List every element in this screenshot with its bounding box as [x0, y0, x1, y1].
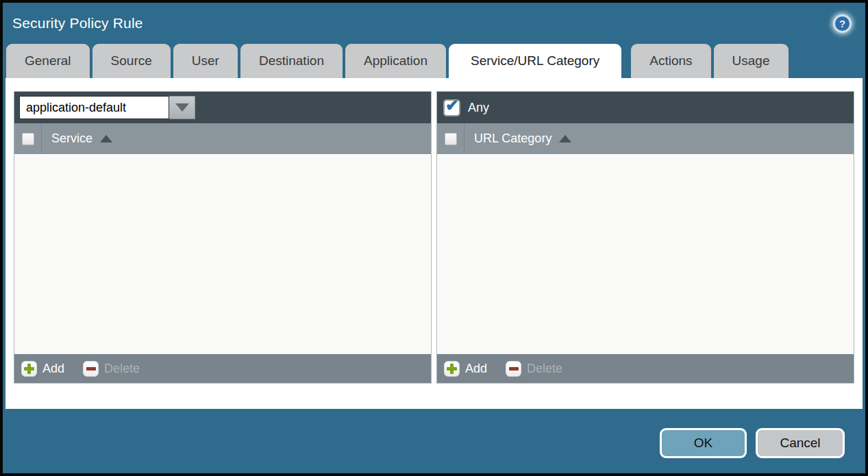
tab-bar: General Source User Destination Applicat… — [3, 44, 865, 78]
service-select-all-checkbox[interactable] — [22, 133, 34, 145]
url-category-select-all-checkbox[interactable] — [445, 133, 457, 145]
tab-general[interactable]: General — [6, 44, 90, 78]
url-category-column-label: URL Category — [474, 131, 551, 146]
service-column-label: Service — [51, 131, 92, 146]
service-table-body — [14, 154, 431, 354]
service-type-dropdown[interactable]: application-default — [19, 96, 195, 119]
url-category-delete-button[interactable]: Delete — [506, 361, 562, 377]
url-category-panel: ✔ Any URL Category Add — [436, 91, 854, 384]
tab-service-url-category[interactable]: Service/URL Category — [449, 44, 621, 78]
delete-icon — [83, 361, 99, 377]
service-column-header[interactable]: Service — [51, 131, 112, 146]
ok-button[interactable]: OK — [660, 428, 747, 458]
tab-destination[interactable]: Destination — [240, 44, 343, 78]
add-icon — [444, 361, 460, 377]
check-icon: ✔ — [445, 96, 459, 115]
sort-ascending-icon — [100, 135, 112, 142]
service-topbar: application-default — [14, 92, 431, 123]
any-label: Any — [468, 101, 489, 115]
cancel-button[interactable]: Cancel — [756, 428, 845, 458]
tab-user[interactable]: User — [173, 44, 238, 78]
url-category-panel-footer: Add Delete — [437, 354, 854, 383]
url-category-table-body — [437, 154, 854, 354]
service-panel: application-default Service Add — [14, 91, 432, 384]
service-type-value[interactable]: application-default — [19, 96, 169, 119]
url-category-add-button[interactable]: Add — [444, 361, 487, 377]
titlebar: Security Policy Rule ? — [3, 3, 865, 44]
security-policy-rule-dialog: Security Policy Rule ? General Source Us… — [0, 0, 868, 476]
tab-source[interactable]: Source — [92, 44, 171, 78]
url-category-topbar: ✔ Any — [437, 92, 854, 123]
any-checkbox-row[interactable]: ✔ Any — [442, 101, 489, 115]
any-checkbox[interactable]: ✔ — [445, 101, 459, 115]
url-category-column-header[interactable]: URL Category — [474, 131, 571, 146]
help-icon[interactable]: ? — [833, 14, 852, 33]
service-select-all-cell — [14, 123, 42, 154]
url-category-table-header: URL Category — [437, 123, 854, 154]
service-delete-button[interactable]: Delete — [83, 361, 140, 377]
tab-usage[interactable]: Usage — [714, 44, 789, 78]
tab-actions[interactable]: Actions — [631, 44, 710, 78]
dialog-title: Security Policy Rule — [12, 15, 143, 32]
url-category-select-all-cell — [437, 123, 464, 154]
service-panel-footer: Add Delete — [14, 354, 431, 383]
dialog-footer: OK Cancel — [3, 409, 865, 458]
service-table-header: Service — [14, 123, 431, 154]
tab-application[interactable]: Application — [345, 44, 446, 78]
delete-icon — [506, 361, 521, 377]
chevron-down-icon[interactable] — [169, 96, 195, 119]
tab-content: application-default Service Add — [5, 78, 863, 409]
add-icon — [21, 361, 37, 377]
service-add-button[interactable]: Add — [21, 361, 64, 377]
sort-ascending-icon — [559, 135, 571, 142]
